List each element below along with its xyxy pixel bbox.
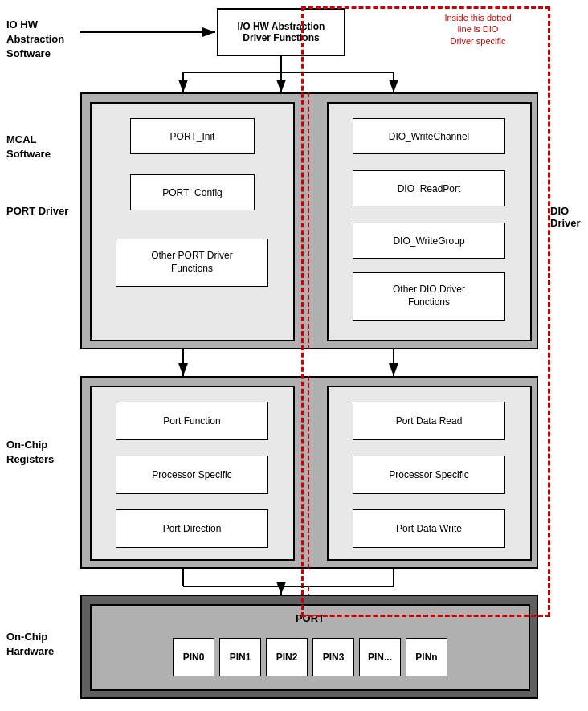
pin-boxes: PIN0 PIN1 PIN2 PIN3 PIN... PINn xyxy=(100,638,521,676)
pin3-box: PIN3 xyxy=(312,638,354,676)
on-chip-hardware-label: On-ChipHardware xyxy=(6,630,54,659)
pinn-box: PINn xyxy=(406,638,447,676)
diagram-container: IO HWAbstractionSoftware MCALSoftware PO… xyxy=(0,0,588,711)
port-driver-label: PORT Driver xyxy=(6,205,68,217)
dio-driver-label: DIO Driver xyxy=(550,205,588,229)
port-function-box: Port Function xyxy=(116,402,268,440)
processor-specific-left-box: Processor Specific xyxy=(116,456,268,494)
mcal-label: MCALSoftware xyxy=(6,133,51,161)
pin0-box: PIN0 xyxy=(173,638,214,676)
other-port-driver-box: Other PORT DriverFunctions xyxy=(116,239,268,287)
dio-specific-border xyxy=(301,6,550,617)
pin1-box: PIN1 xyxy=(219,638,261,676)
registers-left-box: Port Function Processor Specific Port Di… xyxy=(90,386,295,561)
port-driver-box: PORT_Init PORT_Config Other PORT DriverF… xyxy=(90,102,295,341)
port-init-box: PORT_Init xyxy=(130,118,255,154)
hardware-inner-box: PORT PIN0 PIN1 PIN2 PIN3 PIN... PINn xyxy=(90,604,530,691)
pin-ellipsis-box: PIN... xyxy=(359,638,401,676)
port-config-box: PORT_Config xyxy=(130,174,255,210)
io-hw-label: IO HWAbstractionSoftware xyxy=(6,18,64,62)
on-chip-registers-label: On-ChipRegisters xyxy=(6,438,54,467)
pin2-box: PIN2 xyxy=(266,638,308,676)
port-direction-box: Port Direction xyxy=(116,509,268,548)
